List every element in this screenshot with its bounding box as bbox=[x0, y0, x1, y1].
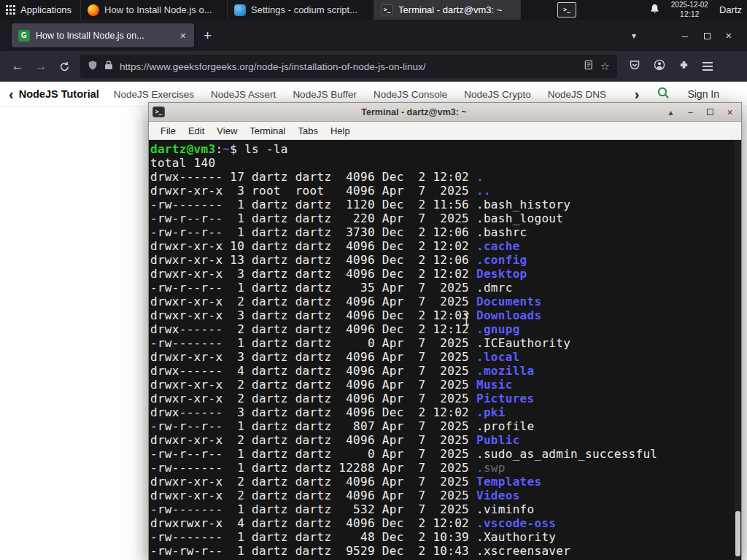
terminal-titlebar-icon: >_ bbox=[152, 106, 165, 117]
panel-username[interactable]: Dartz bbox=[719, 4, 742, 15]
ls-entry-line: drwxr-xr-x 2 dartz dartz 4096 Apr 7 2025… bbox=[150, 489, 741, 502]
top-panel: Applications How to Install Node.js o...… bbox=[0, 0, 747, 20]
ls-entry-line: -rw-r--r-- 1 dartz dartz 35 Apr 7 2025 .… bbox=[150, 281, 741, 295]
menu-file[interactable]: File bbox=[160, 125, 176, 136]
ls-entry-line: drwxr-xr-x 3 dartz dartz 4096 Dec 2 12:0… bbox=[150, 267, 741, 281]
pocket-icon[interactable] bbox=[629, 59, 640, 74]
ls-entry-line: -rw-rw-r-- 1 dartz dartz 9529 Dec 2 10:4… bbox=[150, 544, 741, 558]
notification-bell-icon[interactable] bbox=[649, 3, 660, 17]
file-name: .dmrc bbox=[476, 281, 513, 295]
file-name: .sudo_as_admin_successful bbox=[476, 447, 657, 461]
directory-name: Public bbox=[476, 433, 520, 447]
url-bar[interactable]: https://www.geeksforgeeks.org/node-js/in… bbox=[80, 55, 617, 78]
ls-entry-line: drwxr-xr-x 3 dartz dartz 4096 Dec 2 12:0… bbox=[150, 308, 741, 322]
tab-close-icon[interactable]: × bbox=[179, 30, 187, 42]
directory-name: Templates bbox=[476, 475, 541, 489]
ls-entry-line: -rw-r--r-- 1 dartz dartz 0 Apr 7 2025 .s… bbox=[150, 447, 741, 461]
bookmark-star-icon[interactable]: ☆ bbox=[600, 60, 610, 73]
directory-name: . bbox=[476, 170, 484, 184]
total-line: total 140 bbox=[150, 156, 741, 170]
shield-icon[interactable] bbox=[88, 60, 98, 74]
prompt-line: dartz@vm3:~$ ls -la bbox=[150, 142, 741, 156]
panel-clock[interactable]: 2025-12-02 12:12 bbox=[671, 1, 708, 19]
site-nav-link[interactable]: NodeJS Exercises bbox=[114, 89, 194, 100]
search-icon[interactable] bbox=[657, 86, 670, 102]
directory-name: Music bbox=[476, 378, 513, 392]
menu-view[interactable]: View bbox=[217, 125, 237, 136]
ls-entry-line: -rw-r--r-- 1 dartz dartz 807 Apr 7 2025 … bbox=[150, 419, 741, 433]
terminal-maximize-button[interactable] bbox=[703, 107, 718, 117]
maximize-icon bbox=[707, 109, 713, 115]
desktop: Applications How to Install Node.js o...… bbox=[0, 0, 747, 560]
lock-icon[interactable] bbox=[104, 60, 113, 73]
site-nav-link[interactable]: NodeJS DNS bbox=[548, 89, 606, 100]
account-icon[interactable] bbox=[654, 59, 665, 74]
site-nav-link[interactable]: NodeJS Assert bbox=[211, 89, 276, 100]
browser-close-button[interactable]: × bbox=[718, 29, 740, 42]
terminal-output: dartz@vm3:~$ ls -la total 140 drwx------… bbox=[150, 142, 741, 558]
taskbar-button-codium[interactable]: Settings - codium script... bbox=[228, 0, 374, 20]
directory-name: Desktop bbox=[476, 267, 527, 281]
terminal-title: Terminal - dartz@vm3: ~ bbox=[169, 107, 659, 117]
file-name: .bash_history bbox=[476, 198, 570, 211]
terminal-screen[interactable]: dartz@vm3:~$ ls -la total 140 drwx------… bbox=[149, 140, 741, 560]
forward-button[interactable]: → bbox=[29, 55, 53, 78]
terminal-scrollbar[interactable] bbox=[735, 140, 741, 560]
menu-tabs[interactable]: Tabs bbox=[298, 125, 317, 136]
applications-menu-button[interactable]: Applications bbox=[0, 0, 80, 20]
browser-tab[interactable]: G How to Install Node.js on... × bbox=[12, 23, 194, 47]
file-name: .Xauthority bbox=[476, 530, 556, 544]
directory-name: Documents bbox=[476, 295, 541, 308]
terminal-icon: >_ bbox=[381, 4, 393, 15]
file-name: .profile bbox=[476, 419, 534, 433]
directory-name: .mozilla bbox=[476, 364, 534, 378]
ls-entry-line: drwxr-xr-x 3 dartz dartz 4096 Apr 7 2025… bbox=[150, 350, 741, 364]
site-nav-link[interactable]: NodeJS Buffer bbox=[293, 89, 357, 100]
file-name: .xscreensaver bbox=[476, 544, 570, 558]
tray-terminal-icon[interactable]: >_ bbox=[557, 2, 576, 18]
terminal-minimize-button[interactable]: – bbox=[683, 107, 698, 117]
applications-label: Applications bbox=[20, 4, 71, 15]
directory-name: Pictures bbox=[476, 392, 534, 405]
site-nav-link[interactable]: NodeJS Console bbox=[374, 89, 447, 100]
tab-title: How to Install Node.js on... bbox=[36, 31, 173, 41]
reader-mode-icon[interactable] bbox=[584, 60, 594, 73]
terminal-titlebar[interactable]: >_ Terminal - dartz@vm3: ~ ▴ – × bbox=[149, 103, 741, 122]
ls-entry-line: drwxr-xr-x 13 dartz dartz 4096 Dec 2 12:… bbox=[150, 253, 741, 267]
ls-entry-line: -rw------- 1 dartz dartz 48 Dec 2 10:39 … bbox=[150, 530, 741, 544]
sign-in-link[interactable]: Sign In bbox=[687, 88, 719, 100]
ls-entry-line: drwxr-xr-x 2 dartz dartz 4096 Apr 7 2025… bbox=[150, 295, 741, 308]
terminal-shade-button[interactable]: ▴ bbox=[663, 107, 678, 117]
prompt-user-host: dartz@vm3 bbox=[150, 142, 215, 156]
back-button[interactable]: ← bbox=[6, 55, 29, 78]
extensions-icon[interactable] bbox=[678, 60, 689, 74]
browser-minimize-button[interactable]: – bbox=[674, 29, 696, 42]
terminal-menubar: FileEditViewTerminalTabsHelp bbox=[149, 122, 741, 140]
directory-name: .vscode-oss bbox=[476, 516, 556, 530]
menu-icon[interactable] bbox=[703, 62, 713, 71]
browser-maximize-button[interactable] bbox=[696, 29, 718, 42]
scrollbar-thumb[interactable] bbox=[735, 511, 740, 556]
nav-scroll-right-icon[interactable]: › bbox=[635, 87, 640, 101]
list-all-tabs-icon[interactable]: ▾ bbox=[632, 31, 636, 41]
nav-scroll-left-icon[interactable]: ‹ bbox=[9, 87, 14, 101]
site-nav-right: › Sign In bbox=[635, 86, 738, 102]
ls-entry-line: drwxr-xr-x 3 root root 4096 Apr 7 2025 .… bbox=[150, 184, 741, 198]
menu-edit[interactable]: Edit bbox=[188, 125, 204, 136]
maximize-icon bbox=[704, 33, 711, 39]
new-tab-button[interactable]: + bbox=[204, 28, 212, 44]
ls-entry-line: -rw------- 1 dartz dartz 0 Apr 7 2025 .I… bbox=[150, 336, 741, 350]
terminal-close-button[interactable]: × bbox=[722, 106, 738, 118]
site-nav-link[interactable]: NodeJS Crypto bbox=[464, 89, 531, 100]
site-nav-primary[interactable]: NodeJS Tutorial bbox=[19, 88, 99, 100]
menu-help[interactable]: Help bbox=[330, 125, 350, 136]
site-nav-links: NodeJS ExercisesNodeJS AssertNodeJS Buff… bbox=[114, 89, 623, 100]
taskbar-button-firefox[interactable]: How to Install Node.js o... bbox=[81, 0, 228, 20]
url-text[interactable]: https://www.geeksforgeeks.org/node-js/in… bbox=[120, 61, 578, 72]
menu-terminal[interactable]: Terminal bbox=[249, 125, 285, 136]
ls-entry-line: drwxr-xr-x 2 dartz dartz 4096 Apr 7 2025… bbox=[150, 433, 741, 447]
prompt-path: ~ bbox=[222, 142, 230, 156]
reload-button[interactable] bbox=[53, 55, 76, 78]
taskbar-button-terminal[interactable]: >_ Terminal - dartz@vm3: ~ bbox=[374, 0, 521, 20]
command-text: ls -la bbox=[237, 142, 288, 156]
